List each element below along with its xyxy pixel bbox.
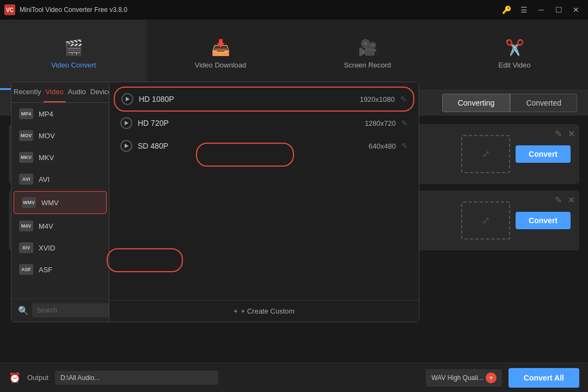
edit-video-icon: ✂️ — [505, 39, 524, 57]
resize-icon-2: ⤢ — [482, 215, 490, 226]
wav-quality-dropdown[interactable]: WAV High Quali... ▾ — [426, 369, 501, 387]
mp4-icon: MP4 — [19, 108, 33, 119]
format-tab-device[interactable]: Device — [88, 82, 109, 102]
svg-marker-2 — [125, 144, 128, 148]
format-tab-video[interactable]: Video — [44, 82, 66, 102]
svg-marker-1 — [125, 121, 128, 125]
format-item-avi[interactable]: AVI AVI — [11, 168, 109, 190]
row2-preview-box: ⤢ — [461, 201, 510, 240]
m4v-icon: M4V — [19, 220, 33, 231]
bottom-bar: ⏰ Output D:\All Audio... WAV High Quali.… — [0, 363, 588, 392]
tab-edit-video[interactable]: ✂️ Edit Video — [441, 20, 588, 90]
xvid-icon: XIV — [19, 242, 33, 253]
app-logo: VC — [4, 4, 15, 15]
quality-sd480[interactable]: SD 480P 640x480 ✎ — [114, 134, 414, 157]
titlebar-controls: 🔑 ☰ ─ ☐ ✕ — [499, 2, 584, 17]
output-path[interactable]: D:\All Audio... — [55, 371, 218, 385]
tab-edit-video-label: Edit Video — [498, 61, 530, 69]
tab-video-convert-label: Video Convert — [51, 61, 96, 69]
format-item-m4v[interactable]: M4V M4V — [11, 215, 109, 237]
format-item-mov[interactable]: MOV MOV — [11, 125, 109, 146]
format-item-asf[interactable]: ASF ASF — [11, 259, 109, 280]
format-mp4-label: MP4 — [39, 110, 53, 118]
menu-button[interactable]: ☰ — [516, 2, 531, 17]
format-left-panel: Recently Video Audio Device MP4 MP4 MOV … — [11, 82, 109, 322]
create-custom-button[interactable]: + + Create Custom — [109, 300, 419, 322]
video-convert-icon: 🎬 — [64, 39, 83, 57]
play-icon-sd480 — [120, 140, 132, 152]
quality-hd1080-edit[interactable]: ✎ — [400, 95, 407, 103]
format-search-area: 🔍 — [11, 298, 109, 322]
format-tab-audio[interactable]: Audio — [66, 82, 88, 102]
format-asf-label: ASF — [39, 266, 52, 274]
minimize-button[interactable]: ─ — [534, 2, 549, 17]
video-download-icon: 📥 — [211, 39, 230, 57]
maximize-button[interactable]: ☐ — [551, 2, 566, 17]
tab-video-download[interactable]: 📥 Video Download — [147, 20, 294, 90]
quality-hd1080[interactable]: HD 1080P 1920x1080 ✎ — [114, 87, 414, 112]
quality-sd480-res: 640x480 — [369, 142, 396, 150]
mov-icon: MOV — [19, 130, 33, 141]
row2-convert-button[interactable]: Convert — [516, 212, 571, 229]
plus-icon: + — [234, 307, 238, 315]
subtab-converting[interactable]: Converting — [442, 94, 511, 112]
row1-close-button[interactable]: ✕ — [568, 128, 575, 139]
titlebar-left: VC MiniTool Video Converter Free v3.8.0 — [4, 4, 127, 15]
wmv-icon: WMV — [22, 197, 36, 208]
format-search-input[interactable] — [32, 303, 109, 317]
output-label: Output — [27, 373, 48, 382]
format-list: MP4 MP4 MOV MOV MKV MKV AVI AVI WMV WM — [11, 103, 109, 298]
format-tab-recently[interactable]: Recently — [11, 82, 44, 102]
row1-convert-button[interactable]: Convert — [516, 145, 571, 163]
format-dropdown: Recently Video Audio Device MP4 MP4 MOV … — [11, 82, 419, 322]
resize-icon-1: ⤢ — [482, 148, 490, 160]
key-button[interactable]: 🔑 — [499, 2, 514, 17]
quality-hd720-edit[interactable]: ✎ — [401, 119, 408, 127]
tab-video-convert[interactable]: 🎬 Video Convert — [0, 20, 147, 90]
quality-list: HD 1080P 1920x1080 ✎ HD 720P 1280x720 ✎ — [109, 82, 419, 300]
quality-hd720[interactable]: HD 720P 1280x720 ✎ — [114, 112, 414, 134]
row1-edit-button[interactable]: ✎ — [555, 128, 562, 139]
row2-close-button[interactable]: ✕ — [568, 195, 575, 205]
row2-actions: ⤢ Convert — [461, 201, 571, 240]
tab-video-download-label: Video Download — [195, 61, 246, 69]
search-icon: 🔍 — [18, 305, 29, 316]
convert-all-button[interactable]: Convert All — [509, 368, 579, 388]
format-xvid-label: XVID — [39, 244, 55, 252]
subtab-converted[interactable]: Converted — [510, 94, 577, 112]
app-title: MiniTool Video Converter Free v3.8.0 — [20, 6, 127, 14]
titlebar: VC MiniTool Video Converter Free v3.8.0 … — [0, 0, 588, 20]
quality-sd480-edit[interactable]: ✎ — [401, 142, 408, 150]
close-button[interactable]: ✕ — [568, 2, 584, 17]
format-mkv-label: MKV — [39, 154, 54, 162]
clock-icon: ⏰ — [9, 372, 21, 384]
play-icon-hd720 — [120, 117, 132, 129]
format-type-tabs: Recently Video Audio Device — [11, 82, 109, 103]
wav-dropdown-arrow: ▾ — [486, 372, 497, 383]
tab-screen-record-label: Screen Record — [344, 61, 391, 69]
row1-preview-box: ⤢ — [461, 135, 510, 173]
quality-hd720-res: 1280x720 — [365, 119, 396, 127]
svg-marker-0 — [126, 97, 130, 101]
quality-hd720-label: HD 720P — [138, 119, 365, 127]
format-item-mp4[interactable]: MP4 MP4 — [11, 103, 109, 125]
format-item-xvid[interactable]: XIV XVID — [11, 237, 109, 259]
format-item-wmv[interactable]: WMV WMV — [14, 191, 107, 214]
format-mov-label: MOV — [39, 132, 55, 140]
play-icon-hd1080 — [121, 93, 133, 105]
row2-edit-button[interactable]: ✎ — [555, 195, 562, 205]
format-m4v-label: M4V — [39, 222, 53, 230]
create-custom-label: + Create Custom — [241, 307, 295, 315]
row1-actions: ⤢ Convert — [461, 135, 571, 173]
format-wmv-label: WMV — [41, 199, 59, 207]
wav-label: WAV High Quali... — [431, 374, 483, 382]
asf-icon: ASF — [19, 264, 33, 275]
mkv-icon: MKV — [19, 152, 33, 163]
quality-hd1080-res: 1920x1080 — [360, 95, 395, 103]
screen-record-icon: 🎥 — [358, 39, 377, 57]
format-item-mkv[interactable]: MKV MKV — [11, 146, 109, 168]
tab-screen-record[interactable]: 🎥 Screen Record — [294, 20, 441, 90]
avi-icon: AVI — [19, 174, 33, 185]
nav-tabs: 🎬 Video Convert 📥 Video Download 🎥 Scree… — [0, 20, 588, 90]
quality-hd1080-label: HD 1080P — [139, 95, 360, 103]
